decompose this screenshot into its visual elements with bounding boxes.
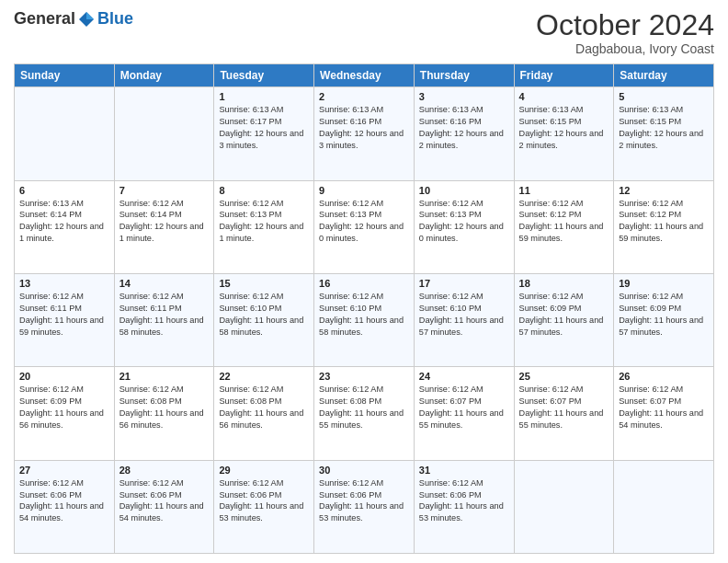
table-row: 5 Sunrise: 6:13 AMSunset: 6:15 PMDayligh… (614, 87, 714, 180)
day-info: Sunrise: 6:12 AMSunset: 6:13 PMDaylight:… (419, 199, 504, 244)
table-row: 7 Sunrise: 6:12 AMSunset: 6:14 PMDayligh… (114, 180, 214, 273)
table-row: 29 Sunrise: 6:12 AMSunset: 6:06 PMDaylig… (214, 460, 314, 553)
day-number: 26 (619, 371, 709, 382)
table-row: 13 Sunrise: 6:12 AMSunset: 6:11 PMDaylig… (15, 273, 115, 366)
day-number: 27 (19, 465, 109, 476)
day-number: 4 (519, 91, 609, 102)
day-number: 22 (219, 371, 309, 382)
col-friday: Friday (514, 64, 614, 87)
day-number: 6 (19, 185, 109, 196)
logo-blue-text: Blue (97, 9, 133, 29)
day-info: Sunrise: 6:12 AMSunset: 6:07 PMDaylight:… (619, 385, 703, 430)
day-number: 7 (119, 185, 210, 196)
table-row: 3 Sunrise: 6:13 AMSunset: 6:16 PMDayligh… (414, 87, 514, 180)
day-number: 1 (219, 91, 309, 102)
table-row: 24 Sunrise: 6:12 AMSunset: 6:07 PMDaylig… (414, 367, 514, 460)
day-number: 30 (319, 465, 409, 476)
day-info: Sunrise: 6:13 AMSunset: 6:16 PMDaylight:… (419, 105, 504, 150)
day-number: 25 (519, 371, 609, 382)
table-row: 10 Sunrise: 6:12 AMSunset: 6:13 PMDaylig… (414, 180, 514, 273)
day-number: 3 (419, 91, 509, 102)
day-number: 10 (419, 185, 509, 196)
day-info: Sunrise: 6:12 AMSunset: 6:10 PMDaylight:… (319, 292, 404, 337)
calendar-week-row: 1 Sunrise: 6:13 AMSunset: 6:17 PMDayligh… (15, 87, 714, 180)
col-sunday: Sunday (15, 64, 115, 87)
day-number: 9 (319, 185, 409, 196)
day-info: Sunrise: 6:12 AMSunset: 6:06 PMDaylight:… (419, 478, 504, 523)
table-row: 31 Sunrise: 6:12 AMSunset: 6:06 PMDaylig… (414, 460, 514, 553)
table-row: 30 Sunrise: 6:12 AMSunset: 6:06 PMDaylig… (314, 460, 415, 553)
day-info: Sunrise: 6:12 AMSunset: 6:06 PMDaylight:… (219, 478, 303, 523)
logo-general-text: General (14, 9, 75, 29)
day-info: Sunrise: 6:12 AMSunset: 6:11 PMDaylight:… (119, 292, 204, 337)
table-row: 12 Sunrise: 6:12 AMSunset: 6:12 PMDaylig… (614, 180, 714, 273)
day-info: Sunrise: 6:12 AMSunset: 6:06 PMDaylight:… (319, 478, 404, 523)
day-info: Sunrise: 6:12 AMSunset: 6:09 PMDaylight:… (519, 292, 604, 337)
day-number: 18 (519, 278, 609, 289)
day-number: 20 (19, 371, 109, 382)
table-row: 17 Sunrise: 6:12 AMSunset: 6:10 PMDaylig… (414, 273, 514, 366)
day-info: Sunrise: 6:12 AMSunset: 6:11 PMDaylight:… (19, 292, 104, 337)
day-number: 2 (319, 91, 409, 102)
table-row (514, 460, 614, 553)
col-saturday: Saturday (614, 64, 714, 87)
day-number: 11 (519, 185, 609, 196)
table-row (15, 87, 115, 180)
header: General Blue October 2024 Dagbaboua, Ivo… (14, 9, 714, 56)
table-row: 16 Sunrise: 6:12 AMSunset: 6:10 PMDaylig… (314, 273, 415, 366)
table-row: 8 Sunrise: 6:12 AMSunset: 6:13 PMDayligh… (214, 180, 314, 273)
table-row: 18 Sunrise: 6:12 AMSunset: 6:09 PMDaylig… (514, 273, 614, 366)
logo-icon (77, 10, 96, 29)
day-number: 12 (619, 185, 709, 196)
title-section: October 2024 Dagbaboua, Ivory Coast (536, 9, 714, 56)
day-info: Sunrise: 6:12 AMSunset: 6:12 PMDaylight:… (519, 199, 604, 244)
day-info: Sunrise: 6:12 AMSunset: 6:10 PMDaylight:… (219, 292, 303, 337)
day-info: Sunrise: 6:12 AMSunset: 6:07 PMDaylight:… (419, 385, 504, 430)
table-row: 26 Sunrise: 6:12 AMSunset: 6:07 PMDaylig… (614, 367, 714, 460)
table-row: 22 Sunrise: 6:12 AMSunset: 6:08 PMDaylig… (214, 367, 314, 460)
calendar-week-row: 6 Sunrise: 6:13 AMSunset: 6:14 PMDayligh… (15, 180, 714, 273)
day-number: 28 (119, 465, 210, 476)
table-row: 2 Sunrise: 6:13 AMSunset: 6:16 PMDayligh… (314, 87, 415, 180)
table-row: 14 Sunrise: 6:12 AMSunset: 6:11 PMDaylig… (114, 273, 214, 366)
day-info: Sunrise: 6:13 AMSunset: 6:17 PMDaylight:… (219, 105, 303, 150)
day-info: Sunrise: 6:12 AMSunset: 6:06 PMDaylight:… (19, 478, 104, 523)
table-row: 1 Sunrise: 6:13 AMSunset: 6:17 PMDayligh… (214, 87, 314, 180)
day-info: Sunrise: 6:12 AMSunset: 6:07 PMDaylight:… (519, 385, 604, 430)
col-wednesday: Wednesday (314, 64, 415, 87)
day-info: Sunrise: 6:12 AMSunset: 6:08 PMDaylight:… (119, 385, 204, 430)
table-row: 9 Sunrise: 6:12 AMSunset: 6:13 PMDayligh… (314, 180, 415, 273)
calendar-week-row: 27 Sunrise: 6:12 AMSunset: 6:06 PMDaylig… (15, 460, 714, 553)
day-number: 15 (219, 278, 309, 289)
calendar-header-row: Sunday Monday Tuesday Wednesday Thursday… (15, 64, 714, 87)
day-info: Sunrise: 6:12 AMSunset: 6:06 PMDaylight:… (119, 478, 204, 523)
day-number: 31 (419, 465, 509, 476)
day-info: Sunrise: 6:13 AMSunset: 6:14 PMDaylight:… (19, 199, 104, 244)
location-title: Dagbaboua, Ivory Coast (536, 41, 714, 56)
calendar-week-row: 20 Sunrise: 6:12 AMSunset: 6:09 PMDaylig… (15, 367, 714, 460)
day-number: 23 (319, 371, 409, 382)
day-number: 29 (219, 465, 309, 476)
day-info: Sunrise: 6:13 AMSunset: 6:15 PMDaylight:… (519, 105, 604, 150)
table-row: 20 Sunrise: 6:12 AMSunset: 6:09 PMDaylig… (15, 367, 115, 460)
day-number: 17 (419, 278, 509, 289)
day-info: Sunrise: 6:13 AMSunset: 6:16 PMDaylight:… (319, 105, 404, 150)
table-row: 27 Sunrise: 6:12 AMSunset: 6:06 PMDaylig… (15, 460, 115, 553)
logo: General Blue (14, 9, 133, 29)
table-row (114, 87, 214, 180)
day-info: Sunrise: 6:12 AMSunset: 6:09 PMDaylight:… (619, 292, 703, 337)
col-thursday: Thursday (414, 64, 514, 87)
day-info: Sunrise: 6:12 AMSunset: 6:09 PMDaylight:… (19, 385, 104, 430)
table-row: 11 Sunrise: 6:12 AMSunset: 6:12 PMDaylig… (514, 180, 614, 273)
day-number: 16 (319, 278, 409, 289)
col-monday: Monday (114, 64, 214, 87)
day-number: 13 (19, 278, 109, 289)
col-tuesday: Tuesday (214, 64, 314, 87)
day-number: 14 (119, 278, 210, 289)
day-info: Sunrise: 6:12 AMSunset: 6:13 PMDaylight:… (319, 199, 404, 244)
day-info: Sunrise: 6:12 AMSunset: 6:08 PMDaylight:… (219, 385, 303, 430)
table-row: 28 Sunrise: 6:12 AMSunset: 6:06 PMDaylig… (114, 460, 214, 553)
table-row (614, 460, 714, 553)
calendar-table: Sunday Monday Tuesday Wednesday Thursday… (14, 63, 714, 554)
day-info: Sunrise: 6:13 AMSunset: 6:15 PMDaylight:… (619, 105, 703, 150)
